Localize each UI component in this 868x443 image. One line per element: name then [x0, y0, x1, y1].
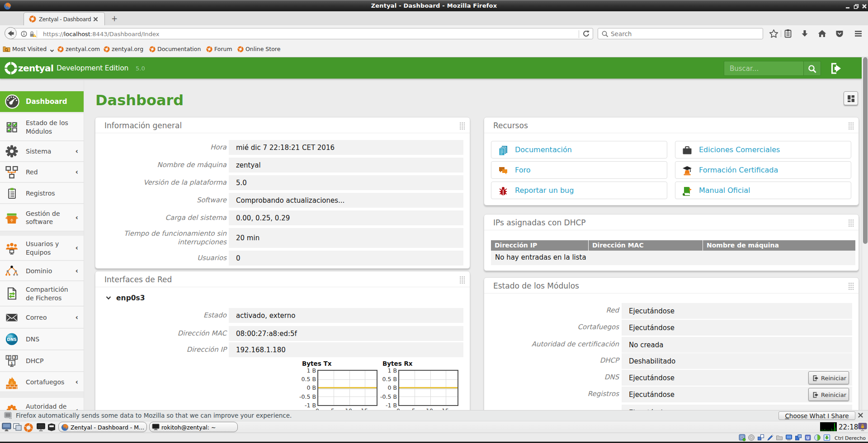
bookmark-label: Online Store	[245, 46, 280, 52]
sidebar-item-red[interactable]: Red ‹	[0, 162, 84, 182]
tab-zentyal-dashboard[interactable]: Zentyal - Dashboard	[24, 12, 105, 25]
widget-drag-handle[interactable]	[848, 121, 854, 130]
new-tab-button[interactable]: +	[110, 15, 119, 23]
restore-button[interactable]	[853, 3, 859, 9]
sidebar-item-gestion-software[interactable]: Gestión de software ‹	[0, 204, 84, 231]
widget-dhcp-ips: IPs asignadas con DHCP Dirección IP Dire…	[484, 214, 859, 271]
sidebar-item-usuarios-equipos[interactable]: Usuarios y Equipos ‹	[0, 236, 84, 261]
sidebar-item-sistema[interactable]: Sistema ‹	[0, 141, 84, 162]
row-label: Dirección MAC	[103, 329, 226, 338]
col-nombre-maquina: Nombre de máquina	[703, 240, 855, 251]
restart-registros-button[interactable]: Reiniciar	[808, 388, 849, 401]
search-bar[interactable]: Search	[598, 28, 763, 39]
taskbar-window-terminal[interactable]: rokitoh@zentyal: ~	[149, 422, 238, 432]
zentyal-bookmark-icon	[104, 46, 110, 52]
downloads-icon[interactable]	[800, 29, 809, 38]
svg-text:A: A	[10, 407, 14, 410]
bookmark-documentation[interactable]: Documentation	[149, 46, 201, 54]
row-value: 5.0	[236, 179, 247, 187]
y-tick-label: -1 B	[373, 402, 397, 409]
link-formacion-certificada[interactable]: Formación Certificada	[675, 161, 851, 179]
close-window-button[interactable]	[861, 3, 868, 9]
chart-title-bytes-tx: Bytes Tx	[302, 360, 331, 367]
bookmarks-menu-icon[interactable]	[783, 29, 793, 38]
zentyal-launcher-icon[interactable]	[24, 423, 33, 433]
page-title: Dashboard	[95, 92, 184, 109]
sidebar-item-comparticion-ficheros[interactable]: Compartición de Ficheros	[0, 281, 84, 306]
cpu-monitor-graph[interactable]	[820, 422, 837, 431]
bookmark-label: Documentation	[157, 46, 201, 52]
bookmark-zentyal-com[interactable]: zentyal.com	[57, 46, 100, 54]
display-settings-icon[interactable]	[36, 423, 46, 432]
page-info-icon[interactable]	[21, 31, 27, 37]
back-button[interactable]	[5, 27, 17, 39]
taskbar-window-firefox[interactable]: Zentyal - Dashboard - M...	[58, 422, 147, 432]
bookmark-zentyal-org[interactable]: zentyal.org	[104, 46, 143, 54]
minimize-button[interactable]	[844, 3, 851, 9]
sidebar-item-label: Dashboard	[26, 98, 76, 106]
link-ediciones-comerciales[interactable]: Ediciones Comerciales	[675, 141, 851, 159]
link-reportar-bug[interactable]: Reportar un bug	[491, 182, 667, 199]
home-icon[interactable]	[817, 29, 827, 38]
virtualbox-status-bar: U Ctrl Derecho	[0, 433, 868, 442]
admin-search-button[interactable]	[803, 61, 821, 76]
windows-switcher-icon[interactable]	[13, 423, 22, 432]
interface-enp0s3-toggle[interactable]: enp0s3	[106, 294, 145, 302]
sidebar-item-dhcp[interactable]: 231 DHCP	[0, 350, 84, 372]
sidebar-item-autoridad-certificacion[interactable]: A Autoridad de certificación ‹	[0, 398, 84, 410]
link-foro[interactable]: Foro	[491, 161, 667, 179]
bookmark-forum[interactable]: Forum	[206, 46, 232, 54]
sidebar-item-registros[interactable]: Registros	[0, 183, 84, 204]
logs-clipboard-icon	[6, 187, 18, 199]
scrollbar-track[interactable]	[862, 57, 868, 410]
notification-close-icon[interactable]	[857, 412, 864, 419]
tab-title: Zentyal - Dashboard	[39, 16, 91, 23]
urlbar-identity-separator	[37, 30, 37, 38]
chart-bytes-rx	[398, 370, 458, 406]
tab-close-icon[interactable]	[93, 17, 98, 22]
restart-dns-button[interactable]: Reiniciar	[808, 371, 849, 384]
chevron-left-icon: ‹	[75, 244, 78, 252]
pocket-icon[interactable]	[835, 29, 844, 38]
reload-icon[interactable]	[582, 30, 590, 38]
file-manager-icon[interactable]	[47, 423, 56, 432]
lock-screen-icon[interactable]	[858, 422, 868, 432]
row-value: zentyal	[236, 161, 261, 169]
bookmark-star-icon[interactable]	[769, 29, 778, 38]
logout-icon[interactable]	[830, 62, 843, 75]
menu-hamburger-icon[interactable]	[854, 29, 863, 38]
admin-search-input[interactable]: Buscar...	[724, 61, 803, 76]
value-nombre-maquina: zentyal	[229, 158, 463, 173]
chevron-left-icon: ‹	[75, 313, 78, 322]
url-bar[interactable]: https://localhost:8443/Dashboard/Index	[11, 28, 593, 39]
sidebar-item-dominio[interactable]: Dominio ‹	[0, 261, 84, 281]
toolbar-separator	[781, 30, 781, 37]
widget-title: Estado de los Módulos	[493, 281, 579, 290]
domain-tree-icon	[5, 264, 19, 278]
widget-drag-handle[interactable]	[848, 282, 854, 290]
sidebar-item-estado-modulos[interactable]: Estado de los Módulos	[0, 113, 84, 141]
sidebar-item-dns[interactable]: DNS DNS	[0, 329, 84, 350]
link-documentacion[interactable]: Documentación	[491, 141, 667, 159]
bookmark-online-store[interactable]: Online Store	[237, 46, 280, 54]
mail-envelope-icon	[5, 310, 19, 325]
widget-drag-handle[interactable]	[459, 275, 465, 284]
choose-what-i-share-button[interactable]: Choose What I Share	[778, 411, 855, 420]
tab-bar: Zentyal - Dashboard +	[0, 11, 868, 25]
widgets-layout-icon	[847, 95, 855, 103]
widget-drag-handle[interactable]	[459, 121, 465, 130]
scrollbar-thumb[interactable]	[863, 57, 868, 244]
sidebar-item-correo[interactable]: Correo ‹	[0, 307, 84, 328]
widget-drag-handle[interactable]	[848, 219, 854, 227]
configure-widgets-button[interactable]	[844, 91, 858, 105]
insecure-lock-icon[interactable]	[29, 31, 37, 37]
sidebar-item-cortafuegos[interactable]: Cortafuegos ‹	[0, 372, 84, 392]
value-carga-sistema: 0.00, 0.25, 0.29	[229, 210, 463, 225]
sidebar-item-label: Estado de los Módulos	[26, 119, 76, 135]
module-dhcp-status: Deshabilitado	[622, 353, 852, 369]
chevron-left-icon: ‹	[75, 378, 78, 386]
link-manual-oficial[interactable]: Manual Oficial	[675, 182, 851, 199]
show-desktop-icon[interactable]	[2, 423, 11, 432]
bookmark-most-visited[interactable]: Most Visited	[3, 46, 56, 54]
sidebar-item-dashboard[interactable]: Dashboard	[0, 91, 84, 112]
